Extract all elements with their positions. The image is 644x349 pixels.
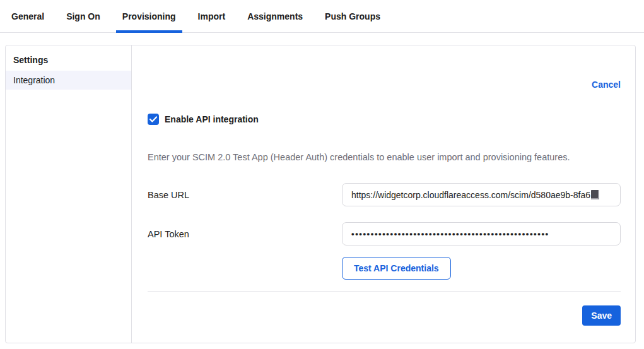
save-button[interactable]: Save — [582, 305, 621, 326]
base-url-input[interactable]: https://widgetcorp.cloudflareaccess.com/… — [342, 183, 621, 206]
enable-api-label: Enable API integration — [165, 114, 259, 124]
enable-api-checkbox[interactable] — [148, 114, 159, 125]
sidebar-item-integration[interactable]: Integration — [6, 71, 131, 90]
test-credentials-row: Test API Credentials — [148, 257, 621, 280]
tab-provisioning[interactable]: Provisioning — [116, 0, 182, 32]
cancel-link[interactable]: Cancel — [592, 80, 621, 90]
tab-push-groups[interactable]: Push Groups — [319, 0, 387, 32]
sidebar-heading: Settings — [6, 45, 131, 71]
input-overflow-selection — [591, 190, 599, 199]
tab-assignments[interactable]: Assignments — [241, 0, 309, 32]
api-token-row: API Token ••••••••••••••••••••••••••••••… — [148, 222, 621, 245]
credentials-description: Enter your SCIM 2.0 Test App (Header Aut… — [148, 152, 621, 162]
api-token-masked-value: ••••••••••••••••••••••••••••••••••••••••… — [351, 229, 549, 239]
tab-general[interactable]: General — [5, 0, 50, 32]
base-url-label: Base URL — [148, 190, 342, 200]
base-url-row: Base URL https://widgetcorp.cloudflareac… — [148, 183, 621, 206]
api-token-label: API Token — [148, 229, 342, 239]
integration-content: Cancel Enable API integration Enter your… — [132, 45, 636, 343]
footer-divider — [148, 291, 621, 292]
tab-import[interactable]: Import — [192, 0, 232, 32]
app-tabbar: General Sign On Provisioning Import Assi… — [0, 0, 644, 33]
api-token-input[interactable]: ••••••••••••••••••••••••••••••••••••••••… — [342, 222, 621, 245]
button-indent-spacer — [148, 257, 342, 280]
settings-sidebar: Settings Integration — [6, 45, 132, 343]
checkmark-icon — [149, 116, 157, 122]
provisioning-panel: Settings Integration Cancel Enable API i… — [5, 45, 636, 343]
save-row: Save — [148, 305, 621, 326]
enable-api-row: Enable API integration — [148, 114, 621, 125]
base-url-value: https://widgetcorp.cloudflareaccess.com/… — [351, 190, 590, 200]
cancel-row: Cancel — [148, 79, 621, 90]
test-api-credentials-button[interactable]: Test API Credentials — [342, 257, 451, 280]
tab-sign-on[interactable]: Sign On — [60, 0, 107, 32]
